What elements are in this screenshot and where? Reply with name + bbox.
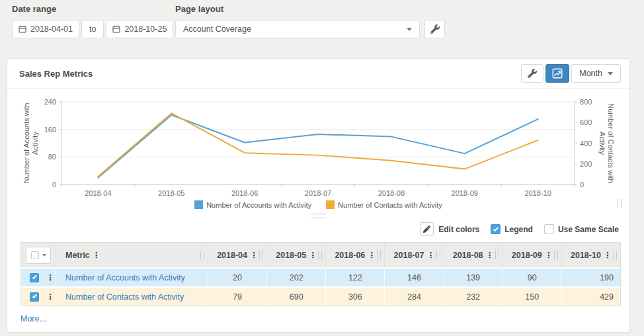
column-menu-icon[interactable]: ⋮	[93, 252, 101, 259]
column-resize-grip[interactable]	[436, 251, 440, 259]
use-same-scale-label: Use Same Scale	[558, 225, 619, 234]
row-select-cell: ⋮	[21, 269, 56, 286]
chart-height-drag-handle[interactable]	[311, 214, 326, 218]
month-column-header[interactable]: 2018-04⋮	[208, 243, 266, 267]
chevron-down-icon	[608, 72, 613, 75]
select-all-dropdown-button[interactable]	[26, 247, 51, 264]
select-all-checkbox[interactable]	[31, 251, 39, 259]
value-cell: 150	[503, 288, 561, 306]
page-layout-label: Page layout	[175, 4, 445, 14]
value-cell: 429	[561, 288, 620, 306]
legend-checkbox[interactable]	[491, 224, 501, 234]
calendar-icon	[19, 25, 26, 33]
page-layout-settings-button[interactable]	[424, 20, 445, 38]
legend-label: Number of Contacts with Activity	[338, 201, 442, 209]
page-layout-select[interactable]: Account Coverage	[175, 20, 420, 38]
month-column-header[interactable]: 2018-07⋮	[384, 243, 443, 267]
column-resize-grip[interactable]	[200, 251, 204, 259]
date-end-value: 2018-10-25	[124, 24, 167, 34]
chart-legend: Number of Accounts with ActivityNumber o…	[7, 200, 629, 209]
value-cell: 190	[561, 269, 620, 286]
column-menu-icon[interactable]: ⋮	[250, 252, 258, 259]
column-menu-icon[interactable]: ⋮	[545, 252, 553, 259]
month-column-header[interactable]: 2018-08⋮	[444, 243, 503, 267]
legend-item: Number of Contacts with Activity	[326, 200, 442, 209]
wrench-icon	[430, 24, 440, 34]
column-menu-icon[interactable]: ⋮	[309, 252, 317, 259]
column-resize-grip[interactable]	[259, 251, 263, 259]
month-column-header[interactable]: 2018-09⋮	[503, 243, 561, 267]
row-menu-icon[interactable]: ⋮	[46, 274, 54, 281]
row-select-cell: ⋮	[21, 288, 56, 306]
svg-text:2018-10: 2018-10	[524, 189, 551, 197]
chart-view-button[interactable]	[545, 64, 569, 83]
row-menu-icon[interactable]: ⋮	[46, 294, 54, 300]
panel-header: Sales Rep Metrics Month	[7, 59, 629, 89]
table-row: ⋮Number of Accounts with Activity2020212…	[21, 267, 620, 286]
row-checkbox[interactable]	[30, 273, 39, 282]
legend-swatch-icon	[326, 200, 335, 209]
date-end-input[interactable]: 2018-10-25	[106, 20, 173, 38]
use-same-scale-toggle[interactable]: Use Same Scale	[544, 224, 619, 234]
svg-text:400: 400	[580, 140, 592, 147]
table-header-row: Metric ⋮ 2018-04⋮2018-05⋮2018-06⋮2018-07…	[21, 243, 620, 267]
column-resize-grip[interactable]	[554, 251, 558, 259]
chevron-down-icon	[42, 254, 46, 257]
metric-name-cell: Number of Accounts with Activity	[56, 269, 208, 286]
date-range-label: Date range	[12, 4, 173, 14]
line-chart-icon	[552, 68, 563, 79]
column-menu-icon[interactable]: ⋮	[426, 252, 434, 259]
chart-controls: Edit colors Legend Use Same Scale	[7, 218, 629, 242]
month-column-header[interactable]: 2018-10⋮	[561, 243, 620, 267]
more-link[interactable]: More...	[20, 314, 46, 323]
svg-text:0: 0	[580, 181, 584, 189]
select-all-header-cell	[21, 243, 56, 267]
svg-text:2018-04: 2018-04	[85, 189, 111, 197]
column-resize-grip[interactable]	[318, 251, 322, 259]
calendar-icon	[112, 25, 120, 33]
legend-item: Number of Accounts with Activity	[194, 200, 311, 209]
granularity-dropdown[interactable]: Month	[571, 64, 621, 83]
month-column-header[interactable]: 2018-05⋮	[266, 243, 325, 267]
date-start-input[interactable]: 2018-04-01	[12, 20, 79, 38]
metrics-table: Metric ⋮ 2018-04⋮2018-05⋮2018-06⋮2018-07…	[20, 242, 621, 306]
column-resize-grip[interactable]	[613, 251, 617, 259]
column-menu-icon[interactable]: ⋮	[368, 252, 376, 259]
svg-text:2018-07: 2018-07	[305, 189, 331, 197]
value-cell: 139	[444, 269, 503, 286]
wrench-icon	[528, 69, 537, 78]
edit-colors-button[interactable]: Edit colors	[420, 222, 479, 236]
column-menu-icon[interactable]: ⋮	[604, 252, 612, 259]
svg-text:2018-08: 2018-08	[378, 189, 405, 197]
value-cell: 306	[325, 288, 384, 306]
svg-text:2018-09: 2018-09	[452, 189, 478, 197]
value-cell: 146	[384, 269, 443, 286]
panel-settings-button[interactable]	[521, 64, 543, 83]
metric-link[interactable]: Number of Contacts with Activity	[65, 292, 184, 302]
svg-text:0: 0	[52, 181, 56, 189]
svg-text:Number of Accounts withActivit: Number of Accounts withActivity	[22, 103, 39, 184]
month-column-header[interactable]: 2018-06⋮	[325, 243, 384, 267]
metric-link[interactable]: Number of Accounts with Activity	[65, 273, 185, 282]
value-cell: 79	[208, 288, 266, 306]
value-cell: 690	[266, 288, 325, 306]
panel-title: Sales Rep Metrics	[19, 69, 521, 79]
legend-toggle[interactable]: Legend	[491, 224, 533, 234]
chart-resize-handle[interactable]	[618, 199, 622, 208]
chart-area: 08016024002004006008002018-042018-052018…	[7, 89, 629, 209]
value-cell: 90	[503, 269, 561, 286]
metric-column-header[interactable]: Metric ⋮	[56, 243, 208, 267]
metric-name-cell: Number of Contacts with Activity	[56, 288, 208, 306]
edit-colors-label: Edit colors	[438, 225, 479, 234]
column-resize-grip[interactable]	[495, 251, 499, 259]
chevron-down-icon	[407, 28, 412, 31]
column-resize-grip[interactable]	[377, 251, 381, 259]
svg-text:240: 240	[44, 98, 56, 106]
svg-text:200: 200	[580, 160, 592, 168]
value-cell: 232	[444, 288, 503, 306]
use-same-scale-checkbox[interactable]	[544, 224, 554, 234]
column-menu-icon[interactable]: ⋮	[486, 252, 494, 259]
row-checkbox[interactable]	[30, 292, 39, 302]
date-range-to-label: to	[81, 20, 104, 38]
value-cell: 122	[325, 269, 384, 286]
